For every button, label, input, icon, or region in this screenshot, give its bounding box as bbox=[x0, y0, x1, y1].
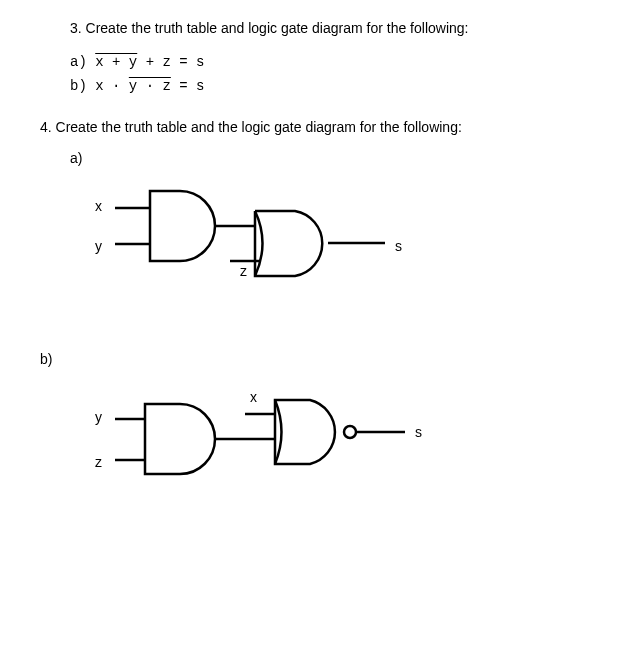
circuit-a-svg: x y z s bbox=[80, 181, 420, 311]
equation-a: a) x + y + z = s bbox=[70, 51, 604, 75]
not-bubble bbox=[344, 426, 356, 438]
and-gate-2 bbox=[255, 211, 322, 276]
eq-a-prefix: a) bbox=[70, 54, 95, 70]
label-s-b: s bbox=[415, 424, 422, 440]
part-a-label: a) bbox=[70, 150, 604, 166]
label-y: y bbox=[95, 238, 102, 254]
label-s: s bbox=[395, 238, 402, 254]
eq-b-overline: y · z bbox=[129, 75, 171, 99]
and-gate-1 bbox=[150, 191, 215, 261]
equations-block: a) x + y + z = s b) x · y · z = s bbox=[70, 51, 604, 99]
eq-b-part1: x · bbox=[95, 78, 129, 94]
label-z: z bbox=[240, 263, 247, 279]
label-y-b: y bbox=[95, 409, 102, 425]
label-x: x bbox=[95, 198, 102, 214]
question-3-header: 3. Create the truth table and logic gate… bbox=[70, 20, 604, 36]
question-4-header: 4. Create the truth table and the logic … bbox=[40, 119, 604, 135]
and-gate-b1 bbox=[145, 404, 215, 474]
eq-b-rest: = s bbox=[171, 78, 205, 94]
label-x-b: x bbox=[250, 389, 257, 405]
eq-a-rest: + z = s bbox=[137, 54, 204, 70]
eq-a-overline: x + y bbox=[95, 51, 137, 75]
part-b-label: b) bbox=[40, 351, 604, 367]
and-gate-b2 bbox=[275, 400, 335, 464]
eq-b-prefix: b) bbox=[70, 78, 95, 94]
circuit-b-svg: y z x s bbox=[80, 382, 430, 502]
equation-b: b) x · y · z = s bbox=[70, 75, 604, 99]
logic-diagram-a: x y z s bbox=[80, 181, 604, 311]
logic-diagram-b: y z x s bbox=[80, 382, 604, 502]
label-z-b: z bbox=[95, 454, 102, 470]
